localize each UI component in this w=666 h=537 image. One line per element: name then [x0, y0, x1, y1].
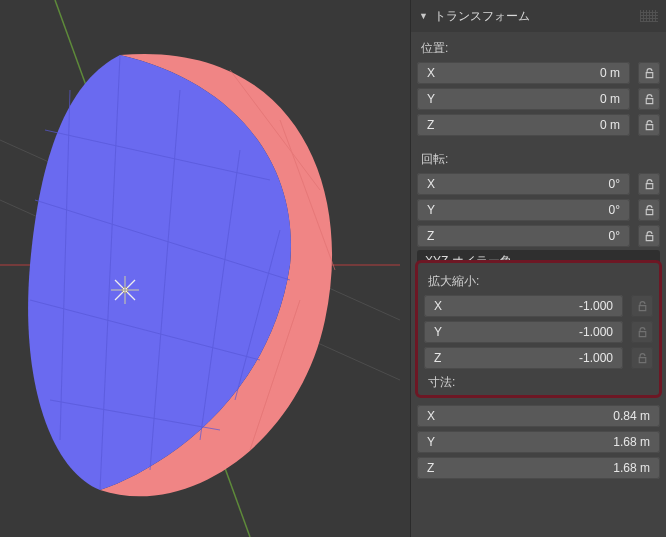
scale-highlight: 拡大縮小: X -1.000 Y -1.000 Z -1.000 [415, 260, 662, 398]
location-z-field[interactable]: Z 0 m [417, 114, 630, 136]
rotation-y-lock[interactable] [638, 199, 660, 221]
location-x-lock[interactable] [638, 62, 660, 84]
panel-header[interactable]: ▼ トランスフォーム [411, 0, 666, 32]
dimensions-x-field[interactable]: X 0.84 m [417, 405, 660, 427]
drag-grip-icon[interactable] [640, 10, 658, 22]
location-label: 位置: [421, 40, 660, 57]
scale-y-field[interactable]: Y -1.000 [424, 321, 623, 343]
transform-panel: ▼ トランスフォーム 位置: X 0 m Y 0 m Z [410, 0, 666, 537]
rotation-x-lock[interactable] [638, 173, 660, 195]
dimensions-label-peek: 寸法: [428, 374, 653, 391]
scale-x-field[interactable]: X -1.000 [424, 295, 623, 317]
scale-label: 拡大縮小: [428, 273, 653, 290]
dimensions-y-field[interactable]: Y 1.68 m [417, 431, 660, 453]
panel-title: トランスフォーム [434, 8, 530, 25]
rotation-section: 回転: X 0° Y 0° Z 0° [411, 143, 666, 278]
scale-y-lock[interactable] [631, 321, 653, 343]
rotation-z-lock[interactable] [638, 225, 660, 247]
scale-x-lock[interactable] [631, 295, 653, 317]
scale-z-field[interactable]: Z -1.000 [424, 347, 623, 369]
dimensions-z-field[interactable]: Z 1.68 m [417, 457, 660, 479]
location-y-lock[interactable] [638, 88, 660, 110]
rotation-label: 回転: [421, 151, 660, 168]
location-y-field[interactable]: Y 0 m [417, 88, 630, 110]
dimensions-section: X 0.84 m Y 1.68 m Z 1.68 m [411, 404, 666, 480]
rotation-x-field[interactable]: X 0° [417, 173, 630, 195]
location-section: 位置: X 0 m Y 0 m Z 0 m [411, 32, 666, 143]
collapse-triangle-icon[interactable]: ▼ [419, 11, 428, 21]
rotation-z-field[interactable]: Z 0° [417, 225, 630, 247]
rotation-y-field[interactable]: Y 0° [417, 199, 630, 221]
location-z-lock[interactable] [638, 114, 660, 136]
location-x-field[interactable]: X 0 m [417, 62, 630, 84]
scale-z-lock[interactable] [631, 347, 653, 369]
